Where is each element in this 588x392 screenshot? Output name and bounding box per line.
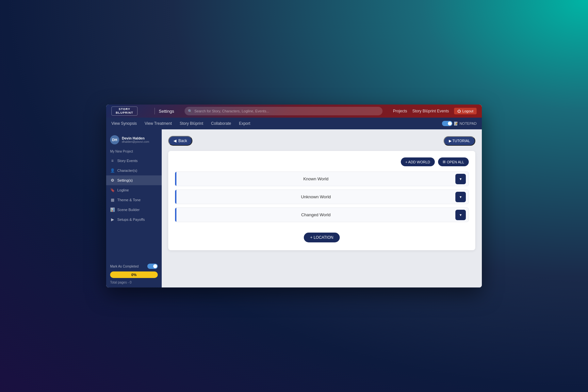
sidebar-item-theme-tone[interactable]: ▦ Theme & Tone xyxy=(106,195,162,205)
view-treatment-link[interactable]: View Treatment xyxy=(145,121,172,126)
user-area: DH Devin Halden dhalden@pixovi.com xyxy=(106,133,162,148)
search-icon: 🔍 xyxy=(188,109,192,113)
sidebar-item-setups-payoffs[interactable]: ▶ Setups & Payoffs xyxy=(106,215,162,224)
content-area: ◀ Back ▶ TUTORIAL + ADD WORLD ⊞ OPEN ALL xyxy=(162,129,482,287)
collaborate-link[interactable]: Collaborate xyxy=(211,121,231,126)
content-header: ◀ Back ▶ TUTORIAL xyxy=(168,136,475,146)
sidebar-item-label: Theme & Tone xyxy=(117,198,140,202)
sub-nav: View Synopsis View Treatment Story Blüpr… xyxy=(106,118,482,129)
content-panel: + ADD WORLD ⊞ OPEN ALL Known World ▾ Unk… xyxy=(168,151,475,250)
tutorial-button[interactable]: ▶ TUTORIAL xyxy=(444,136,475,146)
scene-builder-icon: 📊 xyxy=(110,207,115,212)
story-bluprint-events-link[interactable]: Story Blüprint Events xyxy=(412,109,449,113)
projects-link[interactable]: Projects xyxy=(393,109,407,113)
sidebar-item-story-events[interactable]: ≡ Story Events xyxy=(106,156,162,166)
power-icon: ⏻ xyxy=(457,109,461,113)
setting-icon: ⚙ xyxy=(110,178,115,183)
search-bar[interactable]: 🔍 Search for Story, Characters, Logline,… xyxy=(185,107,383,115)
top-bar: STORY BLUPRINT Settings 🔍 Search for Sto… xyxy=(106,105,482,118)
view-synopsis-link[interactable]: View Synopsis xyxy=(111,121,137,126)
search-placeholder-text: Search for Story, Characters, Logline, E… xyxy=(194,109,269,113)
sidebar-item-logline[interactable]: 🔖 Logline xyxy=(106,185,162,195)
world-row-known: Known World ▾ xyxy=(175,172,469,186)
user-email: dhalden@pixovi.com xyxy=(122,140,149,143)
sidebar: DH Devin Halden dhalden@pixovi.com My Ne… xyxy=(106,129,162,287)
world-expand-changed[interactable]: ▾ xyxy=(455,210,466,220)
sidebar-item-setting[interactable]: ⚙ Setting(s) xyxy=(106,175,162,185)
notepad-toggle[interactable] xyxy=(442,121,452,126)
logout-button[interactable]: ⏻ Logout xyxy=(454,108,477,114)
setups-payoffs-icon: ▶ xyxy=(110,217,115,222)
sidebar-item-label: Character(s) xyxy=(117,169,137,172)
logline-icon: 🔖 xyxy=(110,188,115,192)
avatar: DH xyxy=(110,135,119,144)
sidebar-item-label: Scene Builder xyxy=(117,208,140,212)
sidebar-item-label: Setting(s) xyxy=(117,178,133,182)
add-location-button[interactable]: + LOCATION xyxy=(304,233,340,242)
progress-text: 0% xyxy=(131,273,137,277)
open-all-button[interactable]: ⊞ OPEN ALL xyxy=(438,157,469,166)
logo-text: STORY BLUPRINT xyxy=(116,107,133,115)
back-button[interactable]: ◀ Back xyxy=(168,136,192,146)
location-row: + LOCATION xyxy=(175,227,469,244)
sidebar-item-label: Story Events xyxy=(117,159,138,163)
settings-label: Settings xyxy=(159,109,174,114)
sidebar-item-label: Setups & Payoffs xyxy=(117,218,145,221)
top-bar-right: Projects Story Blüprint Events ⏻ Logout xyxy=(393,108,477,114)
panel-actions: + ADD WORLD ⊞ OPEN ALL xyxy=(175,157,469,166)
world-row-unknown: Unknown World ▾ xyxy=(175,189,469,204)
world-expand-unknown[interactable]: ▾ xyxy=(455,192,466,202)
back-arrow-icon: ◀ xyxy=(173,139,176,143)
logo-area: STORY BLUPRINT xyxy=(111,106,151,116)
theme-tone-icon: ▦ xyxy=(110,198,115,202)
story-events-icon: ≡ xyxy=(110,158,115,163)
user-info: Devin Halden dhalden@pixovi.com xyxy=(122,136,149,143)
project-label: My New Project xyxy=(106,148,162,156)
notepad-icon: 📝 xyxy=(454,122,458,126)
user-name: Devin Halden xyxy=(122,136,149,140)
world-row-changed: Changed World ▾ xyxy=(175,207,469,222)
sidebar-item-label: Logline xyxy=(117,188,129,192)
story-bluprint-link[interactable]: Story Blüprint xyxy=(180,121,203,126)
mark-completed-row: Mark As Completed xyxy=(110,264,158,269)
app-window: STORY BLUPRINT Settings 🔍 Search for Sto… xyxy=(106,105,482,287)
logo-box: STORY BLUPRINT xyxy=(111,106,138,116)
open-all-icon: ⊞ xyxy=(443,160,446,164)
sidebar-bottom: Mark As Completed 0% Total pages - 0 xyxy=(106,260,162,287)
export-link[interactable]: Export xyxy=(239,121,250,126)
mark-completed-toggle[interactable] xyxy=(147,264,158,269)
characters-icon: 👤 xyxy=(110,168,115,173)
top-bar-divider xyxy=(155,108,155,114)
mark-completed-label: Mark As Completed xyxy=(110,265,139,268)
world-expand-known[interactable]: ▾ xyxy=(455,174,466,184)
notepad-button[interactable]: 📝 NOTEPAD xyxy=(442,121,477,126)
sidebar-item-characters[interactable]: 👤 Character(s) xyxy=(106,166,162,175)
world-label-known: Known World xyxy=(176,172,455,186)
sidebar-item-scene-builder[interactable]: 📊 Scene Builder xyxy=(106,205,162,215)
world-label-changed: Changed World xyxy=(176,208,455,222)
add-world-button[interactable]: + ADD WORLD xyxy=(401,157,435,166)
progress-bar: 0% xyxy=(110,271,158,278)
total-pages: Total pages - 0 xyxy=(110,281,158,284)
main-layout: DH Devin Halden dhalden@pixovi.com My Ne… xyxy=(106,129,482,287)
world-label-unknown: Unknown World xyxy=(176,190,455,204)
